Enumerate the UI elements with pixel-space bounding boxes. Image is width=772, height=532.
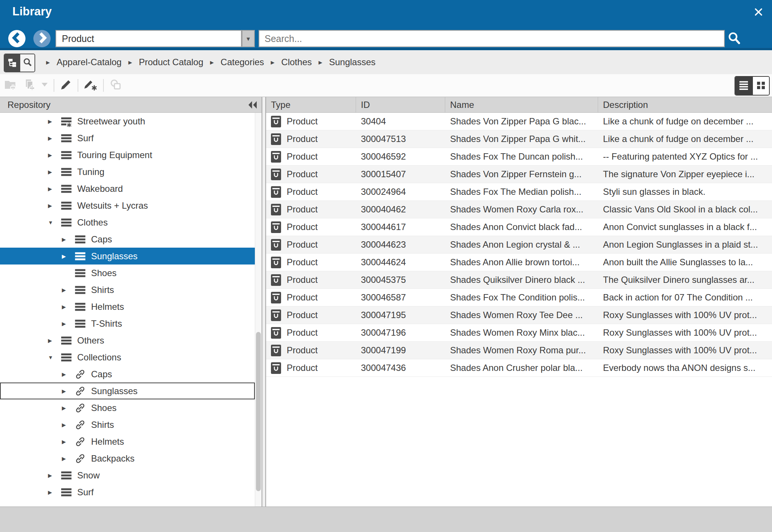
expand-arrow-icon[interactable]: ▶ <box>48 203 61 209</box>
close-button[interactable] <box>750 4 767 21</box>
tree-item-collections[interactable]: ▼Collections <box>0 349 255 366</box>
tree-item-caps[interactable]: ▶Caps <box>0 366 255 383</box>
table-row[interactable]: Product300046592Shades Fox The Duncan po… <box>266 148 772 166</box>
expand-arrow-icon[interactable]: ▶ <box>62 439 75 445</box>
document-type-filter-value[interactable]: Product <box>55 30 242 47</box>
expand-arrow-icon[interactable]: ▶ <box>62 287 75 293</box>
expand-arrow-icon[interactable]: ▶ <box>48 169 61 175</box>
tree-item-clothes[interactable]: ▼Clothes <box>0 214 255 231</box>
list-view-button[interactable] <box>735 77 752 95</box>
table-row[interactable]: Product30404Shades Von Zipper Papa G bla… <box>266 113 772 130</box>
expand-arrow-icon[interactable]: ▶ <box>62 253 75 259</box>
tree-item-caps[interactable]: ▶Caps <box>0 231 255 248</box>
expand-arrow-icon[interactable]: ▶ <box>48 489 61 495</box>
tree-item-touring-equipment[interactable]: ▶Touring Equipment <box>0 146 255 163</box>
column-header-type[interactable]: Type <box>266 97 356 112</box>
tree-item-helmets[interactable]: ▶Helmets <box>0 298 255 315</box>
tree-item-wakeboard[interactable]: ▶Wakeboard <box>0 180 255 197</box>
search-button[interactable] <box>727 31 742 46</box>
collapse-arrow-icon[interactable]: ▼ <box>48 220 61 226</box>
table-row[interactable]: Product300047196Shades Women Roxy Minx b… <box>266 324 772 342</box>
column-header-id[interactable]: ID <box>356 97 445 112</box>
expand-arrow-icon[interactable]: ▶ <box>62 456 75 462</box>
tree-item-surf[interactable]: ▶Surf <box>0 130 255 146</box>
breadcrumb-item[interactable]: Product Catalog <box>139 57 203 67</box>
table-row[interactable]: Product300047199Shades Women Roxy Roma p… <box>266 342 772 359</box>
table-row[interactable]: Product300024964Shades Fox The Median po… <box>266 183 772 201</box>
expand-arrow-icon[interactable]: ▶ <box>62 388 75 394</box>
expand-arrow-icon[interactable]: ▶ <box>48 338 61 344</box>
tree-scrollbar[interactable] <box>255 113 262 507</box>
tree-item-surf[interactable]: ▶Surf <box>0 484 255 501</box>
back-button[interactable] <box>8 30 25 47</box>
tree-item-label: Shoes <box>91 403 117 413</box>
collapse-panel-button[interactable] <box>248 101 257 111</box>
expand-arrow-icon[interactable]: ▶ <box>48 135 61 141</box>
document-type-filter-dropdown-button[interactable]: ▼ <box>242 30 255 47</box>
document-type-filter: Product ▼ <box>55 30 255 47</box>
tree-item-shoes[interactable]: ▶Shoes <box>0 399 255 416</box>
forward-button[interactable] <box>33 30 51 47</box>
table-row[interactable]: Product300015407Shades Von Zipper Fernst… <box>266 166 772 183</box>
expand-arrow-icon[interactable]: ▶ <box>62 405 75 411</box>
tree-scrollbar-thumb[interactable] <box>256 332 261 491</box>
tree-item-shoes[interactable]: Shoes <box>0 265 255 281</box>
cell-id: 300047195 <box>356 306 445 324</box>
expand-arrow-icon[interactable]: ▶ <box>62 236 75 242</box>
table-row[interactable]: Product300044624Shades Anon Allie brown … <box>266 254 772 271</box>
tree-item-others[interactable]: ▶Others <box>0 332 255 349</box>
thumbnail-view-button[interactable] <box>752 77 769 95</box>
tree-item-streetwear-youth[interactable]: ▶Streetwear youth <box>0 113 255 130</box>
search-view-toggle-button[interactable] <box>19 54 34 72</box>
category-icon <box>75 267 86 279</box>
table-row[interactable]: Product300040462Shades Women Roxy Carla … <box>266 201 772 218</box>
table-row[interactable]: Product300044617Shades Anon Convict blac… <box>266 218 772 236</box>
table-row[interactable]: Product300046587Shades Fox The Condition… <box>266 289 772 306</box>
cell-type-label: Product <box>287 116 318 127</box>
category-icon <box>61 200 72 211</box>
expand-arrow-icon[interactable]: ▶ <box>48 118 61 124</box>
breadcrumb-bar: ▶Apparel-Catalog▶Product Catalog▶Categor… <box>0 50 772 74</box>
tree-item-shirts[interactable]: ▶Shirts <box>0 281 255 298</box>
column-header-description[interactable]: Description <box>598 97 772 112</box>
table-row[interactable]: Product300047436Shades Anon Crusher pola… <box>266 359 772 377</box>
category-star-icon <box>61 116 72 127</box>
expand-arrow-icon[interactable]: ▶ <box>62 371 75 377</box>
cell-type-label: Product <box>287 310 318 320</box>
search-input[interactable] <box>259 30 725 47</box>
table-row[interactable]: Product300045375Shades Quiksilver Dinero… <box>266 271 772 289</box>
breadcrumb-item[interactable]: Categories <box>221 57 264 67</box>
column-header-name[interactable]: Name <box>445 97 598 112</box>
tree-item-t-shirts[interactable]: ▶T-Shirts <box>0 315 255 332</box>
collapse-arrow-icon[interactable]: ▼ <box>48 354 61 360</box>
tree-item-sunglasses[interactable]: ▶Sunglasses <box>0 248 255 265</box>
table-row[interactable]: Product300044623Shades Anon Legion cryst… <box>266 236 772 254</box>
expand-arrow-icon[interactable]: ▶ <box>62 304 75 310</box>
tree-item-sunglasses[interactable]: ▶Sunglasses <box>0 383 255 399</box>
edit-button[interactable] <box>59 79 73 92</box>
breadcrumb-item[interactable]: Clothes <box>281 57 312 67</box>
cell-type: Product <box>266 148 356 165</box>
cell-description: Back in action for 07 The Condition ... <box>598 289 772 306</box>
tree-item-shirts[interactable]: ▶Shirts <box>0 416 255 433</box>
expand-arrow-icon[interactable]: ▶ <box>48 186 61 192</box>
tree-view-toggle-button[interactable] <box>4 54 19 72</box>
breadcrumb-item[interactable]: Sunglasses <box>329 57 376 67</box>
table-row[interactable]: Product300047513Shades Von Zipper Papa G… <box>266 130 772 148</box>
create-content-button[interactable] <box>83 79 98 92</box>
expand-arrow-icon[interactable]: ▶ <box>48 152 61 158</box>
tree-item-helmets[interactable]: ▶Helmets <box>0 433 255 450</box>
tree-item-snow[interactable]: ▶Snow <box>0 467 255 484</box>
tree-item-backpacks[interactable]: ▶Backpacks <box>0 450 255 467</box>
expand-arrow-icon[interactable]: ▶ <box>62 422 75 428</box>
category-icon <box>61 487 72 498</box>
tree-item-wetsuits-lycras[interactable]: ▶Wetsuits + Lycras <box>0 197 255 214</box>
tree-item-tuning[interactable]: ▶Tuning <box>0 163 255 180</box>
table-row[interactable]: Product300047195Shades Women Roxy Tee De… <box>266 306 772 324</box>
breadcrumb-item[interactable]: Apparel-Catalog <box>57 57 121 67</box>
expand-arrow-icon[interactable]: ▶ <box>48 472 61 478</box>
panel-splitter[interactable] <box>262 97 266 507</box>
expand-arrow-icon[interactable]: ▶ <box>62 321 75 327</box>
repository-tree: ▶Streetwear youth▶Surf▶Touring Equipment… <box>0 113 255 507</box>
cell-type: Product <box>266 359 356 377</box>
